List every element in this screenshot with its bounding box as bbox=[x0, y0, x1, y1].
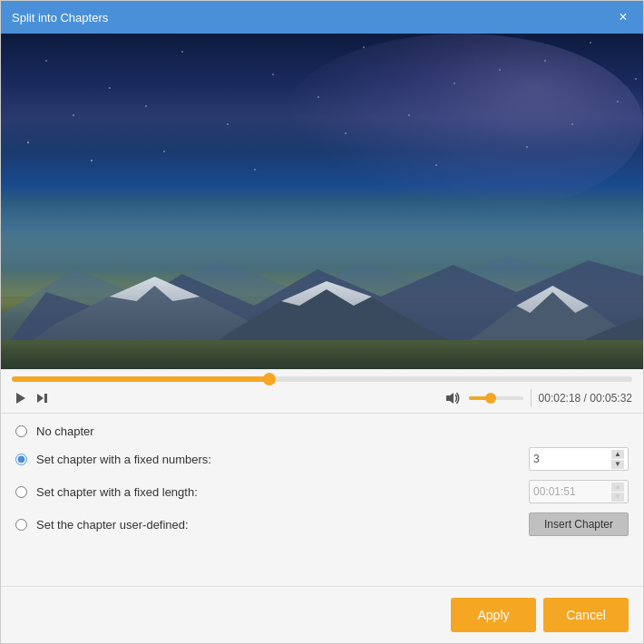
mountains-decoration bbox=[1, 224, 643, 369]
fixed-numbers-radio[interactable] bbox=[15, 454, 27, 465]
fixed-length-label[interactable]: Set chapter with a fixed length: bbox=[36, 485, 520, 499]
volume-area bbox=[444, 389, 523, 407]
user-defined-radio[interactable] bbox=[15, 519, 27, 531]
close-button[interactable]: × bbox=[614, 8, 632, 26]
svg-marker-16 bbox=[446, 393, 454, 404]
options-area: No chapter Set chapter with a fixed numb… bbox=[1, 414, 643, 586]
fixed-length-row: Set chapter with a fixed length: 00:01:5… bbox=[15, 480, 629, 503]
bottom-bar: Apply Cancel bbox=[1, 587, 643, 643]
fixed-numbers-spinners[interactable]: ▲ ▼ bbox=[611, 450, 624, 469]
seek-thumb[interactable] bbox=[263, 373, 276, 385]
user-defined-row: Set the chapter user-defined: Insert Cha… bbox=[15, 512, 629, 536]
svg-rect-15 bbox=[44, 394, 47, 403]
volume-slider[interactable] bbox=[469, 396, 523, 400]
total-time: 00:05:32 bbox=[590, 392, 632, 405]
fixed-length-up: ▲ bbox=[611, 483, 624, 492]
fixed-length-spinners: ▲ ▼ bbox=[611, 483, 624, 502]
volume-button[interactable] bbox=[444, 389, 463, 407]
no-chapter-row: No chapter bbox=[15, 424, 629, 438]
fixed-numbers-down[interactable]: ▼ bbox=[611, 460, 624, 469]
no-chapter-radio[interactable] bbox=[15, 425, 27, 437]
fixed-numbers-value: 3 bbox=[533, 453, 540, 465]
svg-marker-13 bbox=[16, 393, 25, 404]
user-defined-label[interactable]: Set the chapter user-defined: bbox=[36, 518, 520, 532]
insert-chapter-button[interactable]: Insert Chapter bbox=[529, 512, 629, 536]
fixed-numbers-up[interactable]: ▲ bbox=[611, 450, 624, 459]
fixed-numbers-row: Set chapter with a fixed numbers: 3 ▲ ▼ bbox=[15, 447, 629, 471]
fixed-numbers-input[interactable]: 3 ▲ ▼ bbox=[529, 447, 629, 471]
fixed-length-radio[interactable] bbox=[15, 486, 27, 498]
volume-thumb[interactable] bbox=[485, 393, 496, 404]
dialog-window: Split into Chapters × bbox=[0, 0, 644, 644]
cancel-button[interactable]: Cancel bbox=[543, 598, 629, 632]
time-divider bbox=[531, 389, 532, 407]
dialog-title: Split into Chapters bbox=[12, 11, 108, 24]
svg-marker-14 bbox=[37, 394, 44, 403]
apply-button[interactable]: Apply bbox=[451, 598, 536, 632]
seek-container[interactable] bbox=[1, 369, 643, 384]
play-button[interactable] bbox=[12, 389, 30, 407]
skip-icon bbox=[35, 391, 50, 405]
no-chapter-label[interactable]: No chapter bbox=[36, 424, 629, 438]
titlebar: Split into Chapters × bbox=[1, 1, 643, 34]
time-display: 00:02:18 / 00:05:32 bbox=[539, 392, 632, 405]
fixed-length-value: 00:01:51 bbox=[533, 485, 576, 498]
seek-bar[interactable] bbox=[12, 376, 632, 382]
fixed-length-input: 00:01:51 ▲ ▼ bbox=[529, 480, 629, 503]
volume-icon bbox=[445, 391, 462, 405]
svg-rect-10 bbox=[1, 340, 643, 369]
time-sep: / bbox=[581, 392, 590, 405]
fixed-length-down: ▼ bbox=[611, 493, 624, 502]
play-icon bbox=[14, 391, 28, 405]
fixed-numbers-label[interactable]: Set chapter with a fixed numbers: bbox=[36, 453, 520, 466]
video-preview bbox=[1, 34, 643, 369]
controls-bar: 00:02:18 / 00:05:32 bbox=[1, 384, 643, 413]
current-time: 00:02:18 bbox=[539, 392, 581, 405]
skip-forward-button[interactable] bbox=[34, 389, 52, 407]
seek-filled bbox=[12, 376, 269, 382]
milky-way-decoration bbox=[280, 34, 643, 215]
